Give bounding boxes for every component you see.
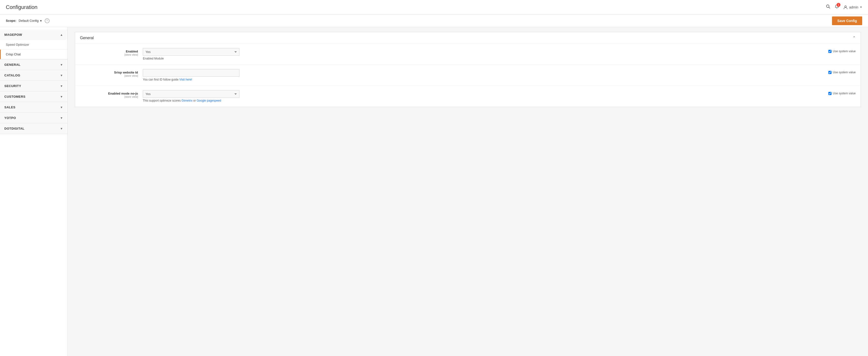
website-id-label-col: Srisp website Id [store view] (80, 69, 143, 77)
visit-here-link[interactable]: Visit here! (179, 78, 192, 81)
google-pagespeed-link[interactable]: Google pagespeed (197, 99, 221, 102)
nojs-select[interactable]: Yes No (143, 90, 240, 98)
nojs-label: Enabled mode no-js (80, 92, 138, 95)
content-area: General ⌃ Enabled [store view] Yes No En… (68, 27, 868, 356)
admin-label: admin (849, 5, 858, 9)
website-id-control-col: 835d8ee6-a11f-45bd-95a5-d5890cafdd37 You… (143, 69, 856, 81)
scope-select[interactable]: Default Config ▼ (19, 19, 42, 23)
sidebar-section-sales: SALES ▼ (0, 102, 67, 113)
header: Configuration 1 admin ▼ (0, 0, 868, 14)
scope-dropdown-icon: ▼ (40, 19, 42, 22)
scope-value: Default Config (19, 19, 38, 23)
website-id-sub-label: [store view] (80, 74, 138, 77)
help-icon[interactable]: ? (45, 19, 50, 23)
enabled-use-system-value[interactable]: Use system value (828, 48, 856, 53)
website-id-input[interactable]: 835d8ee6-a11f-45bd-95a5-d5890cafdd37 (143, 69, 240, 77)
sidebar-section-header-magepow[interactable]: MAGEPOW ▲ (0, 30, 67, 40)
general-section-card: General ⌃ Enabled [store view] Yes No En… (75, 32, 861, 107)
sidebar-section-catalog: CATALOG ▼ (0, 70, 67, 81)
collapse-button[interactable]: ⌃ (852, 35, 856, 40)
sidebar-section-yotpo: YOTPO ▼ (0, 113, 67, 123)
svg-point-2 (844, 5, 846, 7)
enabled-system-label: Use system value (833, 50, 856, 53)
notifications-icon[interactable]: 1 (835, 4, 839, 10)
website-id-system-label: Use system value (833, 70, 856, 74)
nojs-label-col: Enabled mode no-js [store view] (80, 90, 143, 98)
sidebar: MAGEPOW ▲ Speed Optimizer Crisp Chat GEN… (0, 27, 68, 356)
enabled-sub-label: [store view] (80, 53, 138, 56)
enabled-label: Enabled (80, 50, 138, 53)
enabled-system-checkbox[interactable] (828, 50, 832, 53)
yotpo-chevron-icon: ▼ (60, 116, 63, 120)
general-chevron-icon: ▼ (60, 63, 63, 66)
save-config-button[interactable]: Save Config (832, 17, 862, 25)
customers-chevron-icon: ▼ (60, 95, 63, 98)
catalog-chevron-icon: ▼ (60, 74, 63, 77)
sidebar-section-header-yotpo[interactable]: YOTPO ▼ (0, 113, 67, 123)
sidebar-section-header-general[interactable]: GENERAL ▼ (0, 59, 67, 70)
nojs-system-label: Use system value (833, 92, 856, 95)
scope-label: Scope: (6, 19, 16, 23)
scope-left: Scope: Default Config ▼ ? (6, 19, 50, 23)
website-id-label: Srisp website Id (80, 70, 138, 74)
sidebar-section-customers: CUSTOMERS ▼ (0, 91, 67, 102)
notification-count: 1 (837, 3, 840, 7)
header-actions: 1 admin ▼ (826, 4, 862, 10)
magepow-chevron-icon: ▲ (60, 33, 63, 36)
enabled-input-group: Yes No Enabled Module (143, 48, 826, 60)
scope-bar: Scope: Default Config ▼ ? Save Config (0, 14, 868, 27)
sidebar-section-header-sales[interactable]: SALES ▼ (0, 102, 67, 113)
general-section-header: General ⌃ (75, 32, 861, 44)
sidebar-section-dotdigital: DOTDIGITAL ▼ (0, 123, 67, 134)
nojs-control-col: Yes No This support optimeze scores Gtme… (143, 90, 856, 102)
sidebar-item-crisp-chat[interactable]: Crisp Chat (0, 50, 67, 59)
admin-chevron-icon: ▼ (860, 6, 862, 8)
main-content: MAGEPOW ▲ Speed Optimizer Crisp Chat GEN… (0, 27, 868, 356)
nojs-row: Enabled mode no-js [store view] Yes No T… (75, 86, 861, 107)
enabled-row: Enabled [store view] Yes No Enabled Modu… (75, 44, 861, 65)
enabled-control-col: Yes No Enabled Module Use system value (143, 48, 856, 60)
nojs-input-group: Yes No This support optimeze scores Gtme… (143, 90, 826, 102)
gtmetrix-link[interactable]: Gtmetrix (182, 99, 192, 102)
sidebar-section-magepow: MAGEPOW ▲ Speed Optimizer Crisp Chat (0, 30, 67, 59)
website-id-hint: You can find ID follow guide Visit here! (143, 78, 826, 81)
general-section-title: General (80, 36, 94, 40)
website-id-row: Srisp website Id [store view] 835d8ee6-a… (75, 65, 861, 86)
sidebar-section-header-catalog[interactable]: CATALOG ▼ (0, 70, 67, 81)
page-title: Configuration (6, 4, 37, 10)
sidebar-section-header-customers[interactable]: CUSTOMERS ▼ (0, 91, 67, 102)
nojs-system-checkbox[interactable] (828, 92, 832, 95)
nojs-sub-label: [store view] (80, 95, 138, 98)
website-id-system-checkbox[interactable] (828, 71, 832, 74)
enabled-label-col: Enabled [store view] (80, 48, 143, 56)
enabled-select[interactable]: Yes No (143, 48, 240, 56)
search-icon[interactable] (826, 4, 830, 10)
nojs-use-system-value[interactable]: Use system value (828, 90, 856, 95)
sidebar-section-security: SECURITY ▼ (0, 81, 67, 91)
svg-line-1 (829, 7, 830, 8)
website-id-input-group: 835d8ee6-a11f-45bd-95a5-d5890cafdd37 You… (143, 69, 826, 81)
sidebar-section-general: GENERAL ▼ (0, 59, 67, 70)
website-id-use-system-value[interactable]: Use system value (828, 69, 856, 74)
security-chevron-icon: ▼ (60, 84, 63, 88)
sales-chevron-icon: ▼ (60, 106, 63, 109)
sidebar-item-speed-optimizer[interactable]: Speed Optimizer (0, 40, 67, 50)
sidebar-section-header-security[interactable]: SECURITY ▼ (0, 81, 67, 91)
nojs-hint: This support optimeze scores Gtmetrix or… (143, 99, 826, 102)
sidebar-section-header-dotdigital[interactable]: DOTDIGITAL ▼ (0, 123, 67, 134)
admin-menu[interactable]: admin ▼ (843, 5, 862, 9)
dotdigital-chevron-icon: ▼ (60, 127, 63, 130)
enabled-hint: Enabled Module (143, 57, 826, 60)
